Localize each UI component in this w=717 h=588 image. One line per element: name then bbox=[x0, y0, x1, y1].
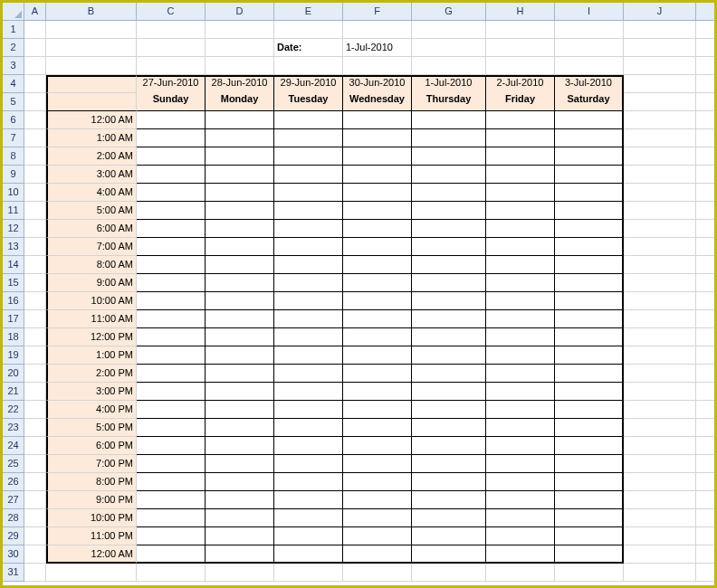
cell-25[interactable] bbox=[696, 455, 717, 473]
row-header-1[interactable]: 1 bbox=[3, 21, 24, 39]
slot-0-19[interactable] bbox=[137, 455, 206, 473]
slot-0-18[interactable] bbox=[137, 437, 206, 455]
slot-3-3[interactable] bbox=[343, 166, 412, 184]
cell-A21[interactable] bbox=[24, 383, 46, 401]
slot-1-10[interactable] bbox=[206, 292, 274, 310]
slot-5-19[interactable] bbox=[486, 455, 555, 473]
slot-2-2[interactable] bbox=[274, 147, 343, 166]
row-header-28[interactable]: 28 bbox=[3, 509, 24, 527]
cell-I3[interactable] bbox=[555, 57, 624, 75]
slot-4-15[interactable] bbox=[412, 383, 486, 401]
row-header-8[interactable]: 8 bbox=[3, 147, 24, 166]
slot-3-13[interactable] bbox=[343, 346, 412, 365]
cell-12[interactable] bbox=[696, 220, 717, 238]
cell-A7[interactable] bbox=[24, 129, 46, 147]
cell-A6[interactable] bbox=[24, 111, 46, 129]
slot-2-9[interactable] bbox=[274, 274, 343, 292]
slot-5-0[interactable] bbox=[486, 111, 555, 129]
select-all-button[interactable] bbox=[3, 3, 24, 21]
cell-B31[interactable] bbox=[46, 564, 137, 582]
slot-3-23[interactable] bbox=[343, 527, 412, 545]
row-header-13[interactable]: 13 bbox=[3, 238, 24, 256]
slot-4-22[interactable] bbox=[412, 509, 486, 527]
row-header-23[interactable]: 23 bbox=[3, 419, 24, 437]
slot-3-10[interactable] bbox=[343, 292, 412, 310]
slot-3-22[interactable] bbox=[343, 509, 412, 527]
slot-6-4[interactable] bbox=[555, 184, 624, 202]
slot-6-15[interactable] bbox=[555, 383, 624, 401]
cell-C31[interactable] bbox=[137, 564, 206, 582]
slot-4-1[interactable] bbox=[412, 129, 486, 147]
cell-H31[interactable] bbox=[486, 564, 555, 582]
cell-J15[interactable] bbox=[624, 274, 696, 292]
slot-5-16[interactable] bbox=[486, 401, 555, 419]
cell-A9[interactable] bbox=[24, 166, 46, 184]
cell-D2[interactable] bbox=[206, 39, 274, 57]
spreadsheet-grid[interactable]: ABCDEFGHIJ12Date:1-Jul-20103427-Jun-2010… bbox=[3, 3, 714, 582]
cell-J7[interactable] bbox=[624, 129, 696, 147]
cell-J26[interactable] bbox=[624, 473, 696, 491]
cell-C2[interactable] bbox=[137, 39, 206, 57]
col-header-E[interactable]: E bbox=[274, 3, 343, 21]
slot-2-19[interactable] bbox=[274, 455, 343, 473]
slot-5-11[interactable] bbox=[486, 310, 555, 328]
slot-4-14[interactable] bbox=[412, 365, 486, 383]
cell-B3[interactable] bbox=[46, 57, 137, 75]
row-header-5[interactable]: 5 bbox=[3, 93, 24, 111]
slot-0-11[interactable] bbox=[137, 310, 206, 328]
slot-4-16[interactable] bbox=[412, 401, 486, 419]
slot-4-9[interactable] bbox=[412, 274, 486, 292]
slot-6-12[interactable] bbox=[555, 328, 624, 346]
cell-F1[interactable] bbox=[343, 21, 412, 39]
slot-6-8[interactable] bbox=[555, 256, 624, 274]
cell-2[interactable] bbox=[696, 39, 717, 57]
slot-3-4[interactable] bbox=[343, 184, 412, 202]
cell-A29[interactable] bbox=[24, 527, 46, 545]
slot-1-17[interactable] bbox=[206, 419, 274, 437]
slot-4-2[interactable] bbox=[412, 147, 486, 166]
slot-0-6[interactable] bbox=[137, 220, 206, 238]
cell-29[interactable] bbox=[696, 527, 717, 545]
cell-J23[interactable] bbox=[624, 419, 696, 437]
col-header-F[interactable]: F bbox=[343, 3, 412, 21]
slot-6-9[interactable] bbox=[555, 274, 624, 292]
slot-1-6[interactable] bbox=[206, 220, 274, 238]
slot-0-14[interactable] bbox=[137, 365, 206, 383]
slot-6-19[interactable] bbox=[555, 455, 624, 473]
cell-J14[interactable] bbox=[624, 256, 696, 274]
row-header-18[interactable]: 18 bbox=[3, 328, 24, 346]
row-header-4[interactable]: 4 bbox=[3, 75, 24, 93]
slot-1-23[interactable] bbox=[206, 527, 274, 545]
cell-7[interactable] bbox=[696, 129, 717, 147]
col-header-C[interactable]: C bbox=[137, 3, 206, 21]
slot-3-0[interactable] bbox=[343, 111, 412, 129]
slot-0-15[interactable] bbox=[137, 383, 206, 401]
slot-6-18[interactable] bbox=[555, 437, 624, 455]
cell-A23[interactable] bbox=[24, 419, 46, 437]
slot-3-18[interactable] bbox=[343, 437, 412, 455]
slot-4-24[interactable] bbox=[412, 545, 486, 564]
slot-0-22[interactable] bbox=[137, 509, 206, 527]
slot-4-18[interactable] bbox=[412, 437, 486, 455]
cell-27[interactable] bbox=[696, 491, 717, 509]
cell-G2[interactable] bbox=[412, 39, 486, 57]
cell-C1[interactable] bbox=[137, 21, 206, 39]
slot-1-12[interactable] bbox=[206, 328, 274, 346]
cell-A19[interactable] bbox=[24, 346, 46, 365]
cell-J5[interactable] bbox=[624, 93, 696, 111]
cell-G31[interactable] bbox=[412, 564, 486, 582]
cell-14[interactable] bbox=[696, 256, 717, 274]
slot-4-11[interactable] bbox=[412, 310, 486, 328]
slot-0-20[interactable] bbox=[137, 473, 206, 491]
slot-4-21[interactable] bbox=[412, 491, 486, 509]
row-header-31[interactable]: 31 bbox=[3, 564, 24, 582]
slot-2-21[interactable] bbox=[274, 491, 343, 509]
cell-G1[interactable] bbox=[412, 21, 486, 39]
slot-4-19[interactable] bbox=[412, 455, 486, 473]
slot-0-17[interactable] bbox=[137, 419, 206, 437]
slot-2-10[interactable] bbox=[274, 292, 343, 310]
slot-3-1[interactable] bbox=[343, 129, 412, 147]
slot-6-17[interactable] bbox=[555, 419, 624, 437]
slot-1-3[interactable] bbox=[206, 166, 274, 184]
cell-I31[interactable] bbox=[555, 564, 624, 582]
